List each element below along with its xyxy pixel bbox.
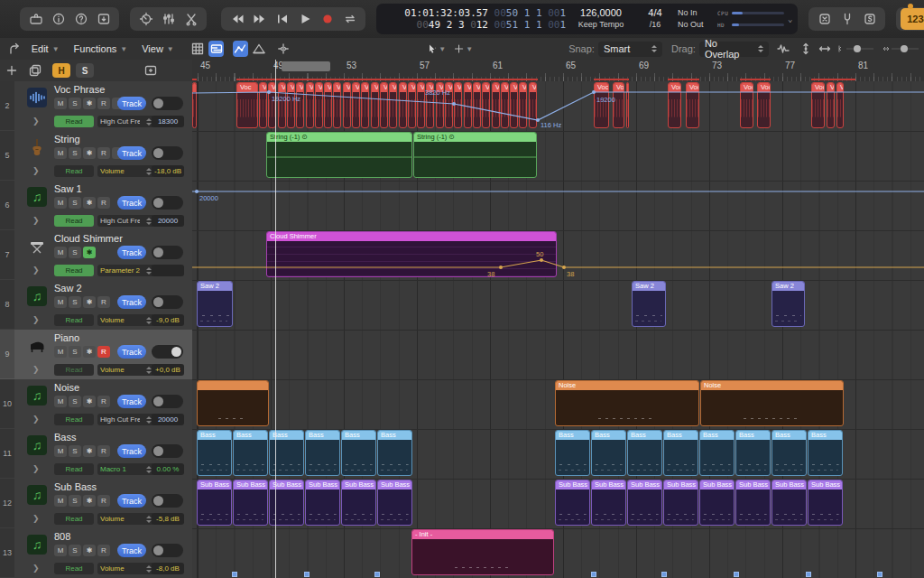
track-header-string[interactable]: 5StringMS✱RITrack❯ReadVolume-18,0 dB <box>0 131 192 182</box>
track-header-config-button[interactable] <box>141 62 161 79</box>
automation-mode-button[interactable]: Read <box>54 314 94 326</box>
track-on-button[interactable]: Track <box>117 246 146 259</box>
vertical-zoom-slider[interactable] <box>836 41 877 57</box>
solo-button[interactable]: S <box>69 147 81 159</box>
next-track-region-marker[interactable] <box>734 572 739 577</box>
region-v[interactable]: V <box>492 82 500 128</box>
freeze-button[interactable]: ✱ <box>83 495 96 507</box>
region-sub-bass[interactable]: Sub Bass <box>663 480 698 526</box>
regions-view-icon[interactable] <box>208 41 224 57</box>
region-voc[interactable]: Voc <box>740 82 753 128</box>
record-enable-button[interactable]: R <box>97 296 110 308</box>
automation-mode-button[interactable]: Read <box>54 265 94 276</box>
automation-value[interactable]: -18,0 dB <box>152 165 184 177</box>
region-v[interactable]: V <box>482 82 490 128</box>
track-power-toggle[interactable] <box>152 395 183 408</box>
region-bass[interactable]: Bass <box>735 430 771 476</box>
to-start-icon[interactable] <box>271 9 293 29</box>
automation-value[interactable]: 20000 <box>152 215 184 227</box>
secondary-tool-selector[interactable]: ▼ <box>453 41 473 57</box>
mute-button[interactable]: M <box>54 247 67 258</box>
automation-mode-button[interactable]: Read <box>54 165 94 177</box>
automation-value[interactable]: +0,0 dB <box>152 364 184 376</box>
next-track-region-marker[interactable] <box>304 572 310 577</box>
record-enable-button[interactable]: R <box>97 445 110 457</box>
automation-parameter-select[interactable]: Macro 1 <box>97 463 154 475</box>
region-bass[interactable]: Bass <box>627 430 662 476</box>
region-saw-2[interactable]: Saw 2 <box>632 281 666 327</box>
track-on-button[interactable]: Track <box>117 146 146 160</box>
arrange-area[interactable]: VocVocVoVocVocVocVocVocVVVVVVVVVVVVVVVVV… <box>192 81 924 578</box>
automation-mode-button[interactable]: Read <box>54 116 94 127</box>
record-icon[interactable] <box>316 9 338 29</box>
playhead[interactable] <box>275 60 276 578</box>
disclosure-chevron-icon[interactable]: ❯ <box>32 266 40 275</box>
region-v[interactable]: V <box>389 82 397 128</box>
region-sub-bass[interactable]: Sub Bass <box>808 480 843 526</box>
disclosure-chevron-icon[interactable]: ❯ <box>32 315 40 324</box>
drag-select[interactable]: No Overlap <box>699 42 769 57</box>
freeze-button[interactable]: ✱ <box>83 346 96 358</box>
region-sub-bass[interactable]: Sub Bass <box>555 480 590 526</box>
track-header-saw-2[interactable]: 8♫Saw 2MS✱RTrack❯ReadVolume-9,0 dB <box>0 280 192 331</box>
track-header-piano[interactable]: 9PianoMS✱RTrack❯ReadVolume+0,0 dB <box>0 330 192 380</box>
region-bass[interactable]: Bass <box>197 430 232 476</box>
region-string-1-[interactable]: String (-1) ⊙ <box>266 132 412 178</box>
region-sub-bass[interactable]: Sub Bass <box>699 480 735 526</box>
mute-button[interactable]: M <box>54 296 67 308</box>
track-power-toggle[interactable] <box>152 544 183 557</box>
lane-saw-2[interactable]: Saw 2Saw 2Saw 2 <box>192 280 924 331</box>
automation-value[interactable]: 20000 <box>152 414 184 425</box>
automation-value[interactable]: 18300 <box>152 116 184 127</box>
region-sub-bass[interactable]: Sub Bass <box>197 480 232 526</box>
region-voc[interactable]: Voc <box>686 82 699 128</box>
next-track-region-marker[interactable] <box>374 572 380 577</box>
track-on-button[interactable]: Track <box>117 295 146 309</box>
region-sub-bass[interactable]: Sub Bass <box>269 480 304 526</box>
disclosure-chevron-icon[interactable]: ❯ <box>32 117 40 126</box>
region-v[interactable]: V <box>426 82 434 128</box>
solo-button[interactable]: S <box>69 396 81 407</box>
track-on-button[interactable]: Track <box>117 544 146 557</box>
automation-mode-button[interactable]: Read <box>54 414 94 425</box>
region-v[interactable]: V <box>380 82 388 128</box>
region-voc[interactable]: Voc <box>757 82 771 128</box>
region-v[interactable]: V <box>417 82 425 128</box>
solo-button[interactable]: S <box>69 346 81 358</box>
automation-mode-button[interactable]: Read <box>54 463 94 475</box>
disclosure-chevron-icon[interactable]: ❯ <box>32 464 40 473</box>
record-enable-button[interactable]: R <box>97 545 110 556</box>
region-v[interactable]: V <box>454 82 462 128</box>
cycle-icon[interactable] <box>338 9 361 29</box>
record-enable-button[interactable]: R <box>97 346 110 358</box>
waveform-zoom-icon[interactable] <box>776 41 791 57</box>
freeze-button[interactable]: ✱ <box>83 247 96 258</box>
edit-menu[interactable]: Edit▼ <box>24 42 67 56</box>
track-name[interactable]: String <box>54 134 80 144</box>
region-v[interactable]: V <box>352 82 360 128</box>
region-v[interactable]: V <box>287 82 295 128</box>
flex-icon[interactable] <box>275 41 291 57</box>
region-bass[interactable]: Bass <box>305 430 340 476</box>
region-bass[interactable]: Bass <box>341 430 376 476</box>
automation-parameter-select[interactable]: Volume <box>97 563 154 574</box>
forward-icon[interactable] <box>248 9 271 29</box>
track-on-button[interactable]: Track <box>117 345 146 359</box>
mixer-icon[interactable] <box>157 9 180 29</box>
track-name[interactable]: Saw 2 <box>54 283 82 294</box>
track-header-sub-bass[interactable]: 12♫Sub BassMS✱RTrack❯ReadVolume-5,8 dB <box>0 479 192 529</box>
lane-808[interactable]: - Init - <box>192 528 924 578</box>
region-v[interactable]: V <box>473 82 481 128</box>
freeze-button[interactable]: ✱ <box>83 98 96 109</box>
track-power-toggle[interactable] <box>152 97 183 110</box>
region-v[interactable]: V <box>343 82 351 128</box>
track-power-toggle[interactable] <box>152 246 183 259</box>
region--init-[interactable]: - Init - <box>411 529 554 575</box>
disclosure-chevron-icon[interactable]: ❯ <box>32 514 40 523</box>
solo-button[interactable]: S <box>69 545 81 556</box>
region-string-1-[interactable]: String (-1) ⊙ <box>413 132 537 178</box>
lane-bass[interactable]: BassBassBassBassBassBassBassBassBassBass… <box>192 429 924 480</box>
track-on-button[interactable]: Track <box>117 97 146 110</box>
import-icon[interactable] <box>92 9 115 29</box>
crossfade-icon[interactable] <box>252 41 267 57</box>
